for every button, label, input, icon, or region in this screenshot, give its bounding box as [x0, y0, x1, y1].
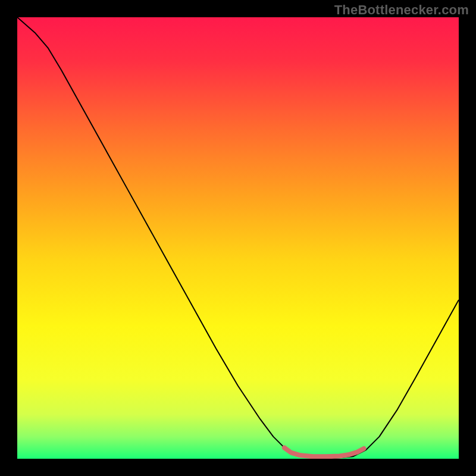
gradient-background [17, 17, 459, 459]
watermark-text: TheBottlenecker.com [334, 2, 469, 18]
plot-area [17, 17, 459, 459]
chart-container: TheBottlenecker.com [0, 0, 476, 476]
chart-svg [17, 17, 459, 459]
